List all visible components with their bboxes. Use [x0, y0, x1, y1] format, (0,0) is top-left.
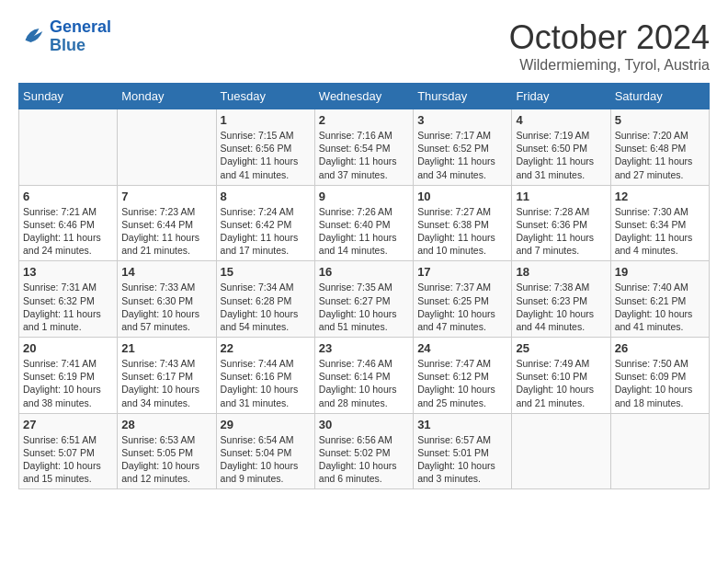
- day-info: Sunrise: 7:38 AM Sunset: 6:23 PM Dayligh…: [516, 281, 606, 333]
- day-number: 22: [221, 341, 311, 355]
- table-row: 2Sunrise: 7:16 AM Sunset: 6:54 PM Daylig…: [314, 109, 413, 186]
- day-number: 10: [417, 190, 507, 203]
- day-number: 4: [516, 113, 606, 127]
- day-number: 5: [615, 113, 705, 127]
- day-info: Sunrise: 7:23 AM Sunset: 6:44 PM Dayligh…: [121, 205, 211, 258]
- day-info: Sunrise: 6:53 AM Sunset: 5:05 PM Dayligh…: [121, 433, 211, 486]
- day-info: Sunrise: 7:16 AM Sunset: 6:54 PM Dayligh…: [319, 129, 409, 181]
- table-row: 21Sunrise: 7:43 AM Sunset: 6:17 PM Dayli…: [118, 338, 216, 414]
- header-thursday: Thursday: [414, 84, 512, 109]
- day-number: 6: [23, 190, 113, 203]
- day-info: Sunrise: 7:34 AM Sunset: 6:28 PM Dayligh…: [221, 281, 311, 333]
- day-number: 19: [615, 265, 705, 279]
- day-info: Sunrise: 7:35 AM Sunset: 6:27 PM Dayligh…: [319, 281, 409, 333]
- day-number: 28: [121, 418, 211, 431]
- header-wednesday: Wednesday: [314, 84, 413, 109]
- month-title: October 2024: [509, 18, 710, 57]
- day-number: 20: [23, 341, 113, 355]
- title-area: October 2024 Wildermieming, Tyrol, Austr…: [509, 18, 710, 74]
- day-number: 26: [615, 341, 705, 355]
- day-info: Sunrise: 6:51 AM Sunset: 5:07 PM Dayligh…: [23, 433, 113, 486]
- day-info: Sunrise: 7:43 AM Sunset: 6:17 PM Dayligh…: [121, 357, 211, 409]
- day-number: 23: [319, 341, 409, 355]
- table-row: 4Sunrise: 7:19 AM Sunset: 6:50 PM Daylig…: [512, 109, 610, 186]
- day-info: Sunrise: 7:49 AM Sunset: 6:10 PM Dayligh…: [516, 357, 606, 409]
- table-row: [19, 109, 118, 186]
- day-number: 31: [417, 418, 507, 431]
- table-row: 8Sunrise: 7:24 AM Sunset: 6:42 PM Daylig…: [216, 185, 314, 261]
- table-row: 6Sunrise: 7:21 AM Sunset: 6:46 PM Daylig…: [19, 185, 118, 261]
- day-number: 1: [221, 113, 311, 127]
- day-number: 17: [417, 265, 507, 279]
- day-number: 14: [121, 265, 211, 279]
- table-row: 26Sunrise: 7:50 AM Sunset: 6:09 PM Dayli…: [610, 338, 709, 414]
- calendar-week-row: 1Sunrise: 7:15 AM Sunset: 6:56 PM Daylig…: [19, 109, 710, 186]
- day-number: 11: [516, 190, 606, 203]
- table-row: 28Sunrise: 6:53 AM Sunset: 5:05 PM Dayli…: [118, 413, 216, 489]
- day-info: Sunrise: 6:54 AM Sunset: 5:04 PM Dayligh…: [221, 433, 311, 486]
- table-row: 30Sunrise: 6:56 AM Sunset: 5:02 PM Dayli…: [314, 413, 413, 489]
- day-number: 2: [319, 113, 409, 127]
- day-info: Sunrise: 7:28 AM Sunset: 6:36 PM Dayligh…: [516, 205, 606, 258]
- table-row: [512, 413, 610, 489]
- table-row: 16Sunrise: 7:35 AM Sunset: 6:27 PM Dayli…: [314, 261, 413, 338]
- day-info: Sunrise: 7:21 AM Sunset: 6:46 PM Dayligh…: [23, 205, 113, 258]
- day-info: Sunrise: 7:31 AM Sunset: 6:32 PM Dayligh…: [23, 281, 113, 333]
- table-row: 12Sunrise: 7:30 AM Sunset: 6:34 PM Dayli…: [610, 185, 709, 261]
- day-number: 15: [221, 265, 311, 279]
- day-number: 29: [221, 418, 311, 431]
- table-row: 7Sunrise: 7:23 AM Sunset: 6:44 PM Daylig…: [118, 185, 216, 261]
- day-number: 21: [121, 341, 211, 355]
- table-row: 9Sunrise: 7:26 AM Sunset: 6:40 PM Daylig…: [314, 185, 413, 261]
- day-info: Sunrise: 7:24 AM Sunset: 6:42 PM Dayligh…: [221, 205, 311, 258]
- table-row: 11Sunrise: 7:28 AM Sunset: 6:36 PM Dayli…: [512, 185, 610, 261]
- day-info: Sunrise: 7:40 AM Sunset: 6:21 PM Dayligh…: [615, 281, 705, 333]
- day-info: Sunrise: 7:47 AM Sunset: 6:12 PM Dayligh…: [417, 357, 507, 409]
- calendar-week-row: 20Sunrise: 7:41 AM Sunset: 6:19 PM Dayli…: [19, 338, 710, 414]
- day-number: 3: [417, 113, 507, 127]
- day-number: 30: [319, 418, 409, 431]
- table-row: 25Sunrise: 7:49 AM Sunset: 6:10 PM Dayli…: [512, 338, 610, 414]
- calendar-week-row: 27Sunrise: 6:51 AM Sunset: 5:07 PM Dayli…: [19, 413, 710, 489]
- table-row: 27Sunrise: 6:51 AM Sunset: 5:07 PM Dayli…: [19, 413, 118, 489]
- table-row: 3Sunrise: 7:17 AM Sunset: 6:52 PM Daylig…: [414, 109, 512, 186]
- day-info: Sunrise: 7:19 AM Sunset: 6:50 PM Dayligh…: [516, 129, 606, 181]
- table-row: 31Sunrise: 6:57 AM Sunset: 5:01 PM Dayli…: [414, 413, 512, 489]
- day-number: 7: [121, 190, 211, 203]
- table-row: 29Sunrise: 6:54 AM Sunset: 5:04 PM Dayli…: [216, 413, 314, 489]
- table-row: 17Sunrise: 7:37 AM Sunset: 6:25 PM Dayli…: [414, 261, 512, 338]
- day-number: 27: [23, 418, 113, 431]
- table-row: [118, 109, 216, 186]
- day-number: 8: [221, 190, 311, 203]
- table-row: 18Sunrise: 7:38 AM Sunset: 6:23 PM Dayli…: [512, 261, 610, 338]
- day-number: 25: [516, 341, 606, 355]
- table-row: [610, 413, 709, 489]
- day-number: 12: [615, 190, 705, 203]
- day-info: Sunrise: 7:27 AM Sunset: 6:38 PM Dayligh…: [417, 205, 507, 258]
- header-friday: Friday: [512, 84, 610, 109]
- table-row: 22Sunrise: 7:44 AM Sunset: 6:16 PM Dayli…: [216, 338, 314, 414]
- day-number: 13: [23, 265, 113, 279]
- logo-icon: [18, 23, 46, 51]
- calendar-week-row: 13Sunrise: 7:31 AM Sunset: 6:32 PM Dayli…: [19, 261, 710, 338]
- table-row: 20Sunrise: 7:41 AM Sunset: 6:19 PM Dayli…: [19, 338, 118, 414]
- header-sunday: Sunday: [19, 84, 118, 109]
- day-info: Sunrise: 7:44 AM Sunset: 6:16 PM Dayligh…: [221, 357, 311, 409]
- day-number: 24: [417, 341, 507, 355]
- calendar-header-row: Sunday Monday Tuesday Wednesday Thursday…: [19, 84, 710, 109]
- day-info: Sunrise: 7:15 AM Sunset: 6:56 PM Dayligh…: [221, 129, 311, 181]
- day-info: Sunrise: 7:50 AM Sunset: 6:09 PM Dayligh…: [615, 357, 705, 409]
- logo: General Blue: [18, 18, 111, 55]
- day-number: 16: [319, 265, 409, 279]
- header-monday: Monday: [118, 84, 216, 109]
- day-number: 9: [319, 190, 409, 203]
- day-info: Sunrise: 7:41 AM Sunset: 6:19 PM Dayligh…: [23, 357, 113, 409]
- table-row: 14Sunrise: 7:33 AM Sunset: 6:30 PM Dayli…: [118, 261, 216, 338]
- day-info: Sunrise: 7:26 AM Sunset: 6:40 PM Dayligh…: [319, 205, 409, 258]
- table-row: 1Sunrise: 7:15 AM Sunset: 6:56 PM Daylig…: [216, 109, 314, 186]
- day-info: Sunrise: 7:46 AM Sunset: 6:14 PM Dayligh…: [319, 357, 409, 409]
- day-info: Sunrise: 7:37 AM Sunset: 6:25 PM Dayligh…: [417, 281, 507, 333]
- table-row: 13Sunrise: 7:31 AM Sunset: 6:32 PM Dayli…: [19, 261, 118, 338]
- calendar-table: Sunday Monday Tuesday Wednesday Thursday…: [18, 83, 710, 489]
- header-saturday: Saturday: [610, 84, 709, 109]
